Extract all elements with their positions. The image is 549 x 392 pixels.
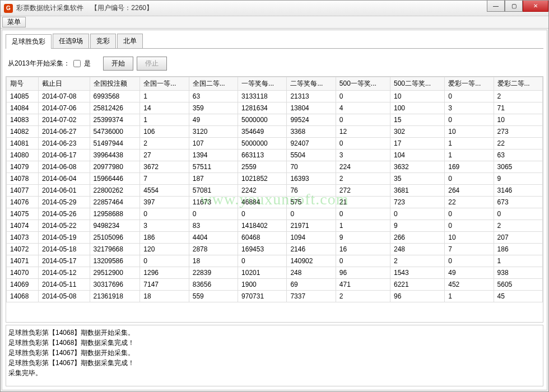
table-cell: 186 bbox=[494, 244, 542, 255]
table-cell: 2014-05-26 bbox=[39, 208, 90, 220]
table-row[interactable]: 140812014-06-235149794421075000000924070… bbox=[7, 138, 543, 150]
table-cell: 1394 bbox=[189, 150, 238, 161]
tab-1[interactable]: 任选9场 bbox=[53, 34, 89, 48]
table-cell: 2014-06-04 bbox=[39, 173, 90, 185]
table-cell: 452 bbox=[445, 279, 494, 291]
table-row[interactable]: 140782014-06-041596644671871021852163932… bbox=[7, 173, 543, 185]
column-header[interactable]: 一等奖每... bbox=[238, 77, 287, 91]
table-cell: 3 bbox=[445, 102, 494, 114]
table-row[interactable]: 140772014-06-012280026245545708122427627… bbox=[7, 185, 543, 197]
table-cell: 4404 bbox=[189, 232, 238, 244]
table-cell: 3632 bbox=[390, 161, 445, 173]
column-header[interactable]: 截止日 bbox=[39, 77, 90, 91]
table-cell: 0 bbox=[445, 114, 494, 126]
table-header-row: 期号截止日全国投注额全国一等...全国二等...一等奖每...二等奖每...50… bbox=[7, 77, 543, 91]
table-cell: 25105096 bbox=[90, 232, 140, 244]
table-cell: 14077 bbox=[7, 185, 39, 197]
table-cell: 2146 bbox=[287, 244, 336, 255]
table-cell: 1543 bbox=[390, 267, 445, 279]
table-cell: 2014-06-17 bbox=[39, 150, 90, 161]
table-cell: 0 bbox=[336, 91, 390, 102]
table-cell: 471 bbox=[336, 279, 390, 291]
column-header[interactable]: 期号 bbox=[7, 77, 39, 91]
table-cell: 46884 bbox=[238, 197, 287, 208]
table-row[interactable]: 140762014-05-292285746439711673468845752… bbox=[7, 197, 543, 208]
table-cell: 45 bbox=[494, 291, 542, 302]
table-cell: 71 bbox=[494, 102, 542, 114]
log-output[interactable]: 足球胜负彩第【14068】期数据开始采集。 足球胜负彩第【14068】期数据采集… bbox=[6, 325, 543, 386]
table-cell: 3146 bbox=[494, 185, 542, 197]
table-cell: 0 bbox=[287, 208, 336, 220]
table-cell: 14072 bbox=[7, 244, 39, 255]
table-row[interactable]: 140852014-07-086993568163313311821313010… bbox=[7, 91, 543, 102]
table-row[interactable]: 140802014-06-173996443827139466311355043… bbox=[7, 150, 543, 161]
table-cell: 2014-06-08 bbox=[39, 161, 90, 173]
table-cell: 1094 bbox=[287, 232, 336, 244]
table-row[interactable]: 140702014-05-122951290012962283910201248… bbox=[7, 267, 543, 279]
table-cell: 14083 bbox=[7, 114, 39, 126]
table-body: 140852014-07-086993568163313311821313010… bbox=[7, 91, 543, 302]
minimize-button[interactable]: — bbox=[487, 1, 505, 12]
table-cell: 7 bbox=[140, 173, 189, 185]
table-cell: 0 bbox=[189, 208, 238, 220]
table-cell: 96 bbox=[336, 267, 390, 279]
table-cell: 2014-05-17 bbox=[39, 255, 90, 267]
table-cell: 0 bbox=[336, 208, 390, 220]
table-cell: 83656 bbox=[189, 279, 238, 291]
table-cell: 22857464 bbox=[90, 197, 140, 208]
table-cell: 27 bbox=[140, 150, 189, 161]
table-cell: 22 bbox=[445, 197, 494, 208]
table-row[interactable]: 140732014-05-192510509618644046046810949… bbox=[7, 232, 543, 244]
tab-3[interactable]: 北单 bbox=[117, 34, 143, 48]
tab-0[interactable]: 足球胜负彩 bbox=[6, 34, 52, 49]
column-header[interactable]: 全国二等... bbox=[189, 77, 238, 91]
table-row[interactable]: 140682014-05-082136191818559970731733729… bbox=[7, 291, 543, 302]
table-row[interactable]: 140832014-07-022539937414950000009952401… bbox=[7, 114, 543, 126]
table-cell: 5000000 bbox=[238, 114, 287, 126]
table-cell: 2014-06-27 bbox=[39, 126, 90, 138]
table-cell: 2 bbox=[336, 173, 390, 185]
table-row[interactable]: 140842014-07-062581242614359128163413804… bbox=[7, 102, 543, 114]
column-header[interactable]: 爱彩一等... bbox=[445, 77, 494, 91]
table-cell: 30317696 bbox=[90, 279, 140, 291]
start-button[interactable]: 开始 bbox=[103, 57, 133, 71]
table-cell: 359 bbox=[189, 102, 238, 114]
table-cell: 5000000 bbox=[238, 138, 287, 150]
collect-from-2013-checkbox[interactable] bbox=[73, 60, 81, 67]
tab-2[interactable]: 竞彩 bbox=[90, 34, 116, 48]
table-cell: 18 bbox=[189, 255, 238, 267]
data-table-wrap[interactable]: 期号截止日全国投注额全国一等...全国二等...一等奖每...二等奖每...50… bbox=[6, 76, 543, 323]
column-header[interactable]: 全国投注额 bbox=[90, 77, 140, 91]
table-cell: 4 bbox=[336, 102, 390, 114]
table-cell: 0 bbox=[445, 173, 494, 185]
column-header[interactable]: 500一等奖... bbox=[336, 77, 390, 91]
table-cell: 21971 bbox=[287, 220, 336, 232]
stop-button[interactable]: 停止 bbox=[137, 57, 167, 71]
table-row[interactable]: 140792014-06-082097798036725751125597022… bbox=[7, 161, 543, 173]
close-button[interactable]: ✕ bbox=[523, 1, 548, 12]
menu-main[interactable]: 菜单 bbox=[2, 17, 26, 27]
table-cell: 100 bbox=[390, 102, 445, 114]
table-cell: 2014-07-06 bbox=[39, 102, 90, 114]
column-header[interactable]: 全国一等... bbox=[140, 77, 189, 91]
table-cell: 0 bbox=[445, 220, 494, 232]
table-row[interactable]: 140692014-05-113031769671478365619006947… bbox=[7, 279, 543, 291]
maximize-button[interactable]: ▢ bbox=[505, 1, 523, 12]
table-cell: 2014-05-22 bbox=[39, 220, 90, 232]
table-cell: 9498234 bbox=[90, 220, 140, 232]
column-header[interactable]: 二等奖每... bbox=[287, 77, 336, 91]
table-row[interactable]: 140722014-05-183217966812028781694532146… bbox=[7, 244, 543, 255]
table-cell: 104 bbox=[390, 150, 445, 161]
column-header[interactable]: 500二等奖... bbox=[390, 77, 445, 91]
table-row[interactable]: 140742014-05-229498234383141840221971190… bbox=[7, 220, 543, 232]
menubar: 菜单 bbox=[1, 16, 548, 29]
table-cell: 17 bbox=[390, 138, 445, 150]
table-cell: 140902 bbox=[287, 255, 336, 267]
table-row[interactable]: 140752014-05-261295868800000000 bbox=[7, 208, 543, 220]
column-header[interactable]: 爱彩二等... bbox=[494, 77, 542, 91]
table-cell: 96 bbox=[390, 291, 445, 302]
table-row[interactable]: 140712014-05-171320958601801409020201 bbox=[7, 255, 543, 267]
table-cell: 1 bbox=[336, 220, 390, 232]
table-row[interactable]: 140822014-06-275473600010631203546493368… bbox=[7, 126, 543, 138]
table-cell: 60468 bbox=[238, 232, 287, 244]
